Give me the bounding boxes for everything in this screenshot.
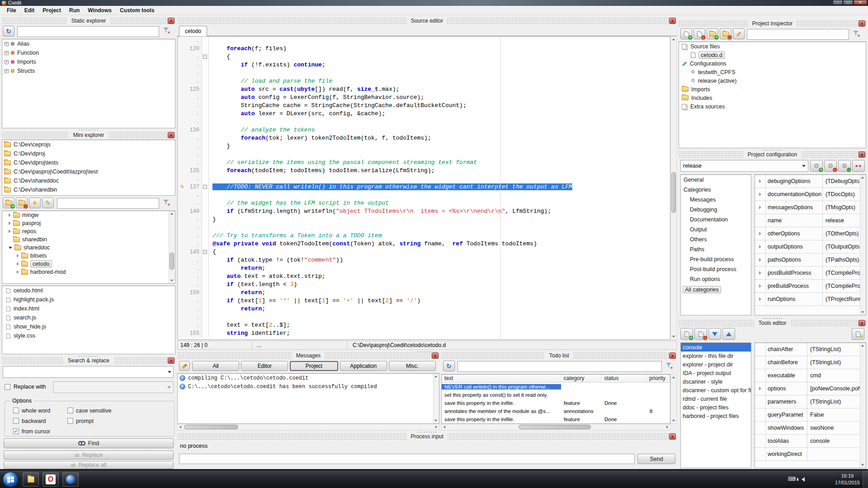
- messages-tab-application[interactable]: Application: [340, 361, 387, 371]
- taskbar-app-button[interactable]: [62, 472, 79, 487]
- fold-box-icon[interactable]: [203, 185, 207, 189]
- code-editor[interactable]: .120 foreach(f; files).- {. if (!f.exist…: [177, 36, 670, 340]
- code-line[interactable]: .@safe private void token2TodoItem(const…: [178, 240, 670, 248]
- code-line[interactable]: . foreach(tok; lexer) token2TodoItem(tok…: [178, 134, 670, 142]
- expand-icon[interactable]: +: [5, 51, 9, 55]
- static-explorer-item-imports[interactable]: +Imports: [2, 57, 175, 66]
- code-line[interactable]: .- {: [178, 53, 670, 61]
- static-explorer-refresh-button[interactable]: ↻: [3, 26, 14, 37]
- expand-triangle-icon[interactable]: [759, 179, 761, 183]
- expand-triangle-icon[interactable]: [759, 271, 761, 275]
- config-category-post-build-process[interactable]: Post-build process: [681, 264, 751, 274]
- clone-config-button[interactable]: ⚙→: [838, 160, 851, 172]
- messages-tab-misc[interactable]: Misc.: [389, 361, 436, 371]
- start-button[interactable]: [3, 472, 18, 487]
- expand-icon[interactable]: [9, 213, 11, 217]
- todo-row[interactable]: save this property in the inifile.featur…: [442, 415, 670, 423]
- tool-property-chainbefore[interactable]: chainBefore(TStringList): [755, 356, 866, 369]
- file-item-highlight-pack-js[interactable]: highlight.pack.js: [2, 295, 175, 304]
- code-line[interactable]: . text = text[2..$];: [178, 321, 670, 329]
- static-explorer-close-icon[interactable]: x: [168, 18, 175, 24]
- expand-cell[interactable]: [755, 267, 766, 279]
- splitter-handle[interactable]: [2, 129, 175, 131]
- fold-gutter[interactable]: [202, 183, 209, 191]
- expand-icon[interactable]: +: [5, 69, 9, 73]
- tool-item-explorer-project-dir[interactable]: explorer - project dir: [681, 360, 751, 369]
- property-value[interactable]: (TCompileProc: [823, 283, 866, 289]
- tool-item-harbored-project-files[interactable]: harbored - project files: [681, 412, 751, 420]
- messages-vscrollbar[interactable]: [433, 374, 439, 423]
- tool-item-dscanner-style[interactable]: dscanner - style: [681, 377, 751, 386]
- tool-property-parameters[interactable]: parameters(TStringList): [755, 395, 866, 408]
- menu-file[interactable]: File: [3, 6, 20, 14]
- menu-custom-tools[interactable]: Custom tools: [116, 6, 159, 14]
- menu-edit[interactable]: Edit: [20, 6, 39, 14]
- config-property-name[interactable]: namerelease: [755, 214, 866, 227]
- inspector-item-includes[interactable]: Includes: [679, 94, 866, 102]
- menu-run[interactable]: Run: [65, 6, 84, 14]
- expand-triangle-icon[interactable]: [759, 192, 761, 196]
- code-line[interactable]: .: [178, 37, 670, 45]
- code-line[interactable]: 150 return;: [178, 289, 670, 297]
- fold-gutter[interactable]: [202, 264, 209, 272]
- expand-cell[interactable]: [755, 175, 766, 188]
- file-item-search-js[interactable]: search.js: [2, 313, 175, 322]
- fold-gutter[interactable]: -: [202, 53, 209, 61]
- expand-icon[interactable]: [17, 262, 19, 266]
- config-category-all-categories[interactable]: All categories: [681, 284, 751, 295]
- expand-cell[interactable]: [755, 253, 766, 266]
- expand-cell[interactable]: [755, 382, 766, 395]
- tab-cetodo[interactable]: cetodo: [179, 26, 207, 36]
- config-category-general[interactable]: General: [681, 175, 751, 185]
- file-item-cetodo-html[interactable]: cetodo.html: [2, 286, 175, 295]
- fold-gutter[interactable]: [202, 191, 209, 199]
- fold-gutter[interactable]: [202, 150, 209, 159]
- todo-column-category[interactable]: category: [561, 375, 601, 382]
- static-explorer-item-function[interactable]: +Function: [2, 48, 175, 57]
- code-line[interactable]: . if (atok.type != (tok!"comment")): [178, 256, 670, 264]
- clear-messages-button[interactable]: [179, 361, 190, 371]
- property-value[interactable]: (TStringList): [807, 346, 866, 352]
- code-line[interactable]: 155 string identifier;: [178, 329, 670, 338]
- tree-folder-sharedbin[interactable]: sharedbin: [2, 235, 175, 244]
- inspector-item-testwith-cpfs[interactable]: ⚙testwith_CPFS: [679, 68, 866, 76]
- todo-row[interactable]: set this property as const() to set it r…: [442, 391, 670, 399]
- mini-explorer-close-icon[interactable]: x: [168, 132, 175, 138]
- code-line[interactable]: .: [178, 69, 670, 77]
- tree-folder-pasproj[interactable]: pasproj: [2, 219, 175, 227]
- code-line[interactable]: .}: [178, 216, 670, 224]
- config-property-runoptions[interactable]: runOptions(TProjectRunO: [755, 293, 866, 306]
- tool-property-workingdirect[interactable]: workingDirect: [755, 448, 866, 461]
- config-selector[interactable]: release: [680, 160, 808, 172]
- code-line[interactable]: . return;: [178, 264, 670, 272]
- project-inspector-close-icon[interactable]: x: [859, 20, 865, 27]
- code-line[interactable]: .: [178, 150, 670, 159]
- fold-gutter[interactable]: [202, 126, 209, 134]
- fold-gutter[interactable]: [202, 216, 209, 224]
- fold-gutter[interactable]: [202, 199, 209, 207]
- mini-explorer-filter-icon[interactable]: ×: [163, 199, 170, 206]
- show-desktop-button[interactable]: [863, 470, 868, 488]
- tool-property-toolalias[interactable]: toolAliasconsole: [755, 435, 866, 448]
- code-line[interactable]: . StringCache cache = StringCache(String…: [178, 102, 670, 110]
- fold-gutter[interactable]: -: [202, 248, 209, 256]
- replace-combo[interactable]: [53, 381, 174, 393]
- config-property-prebuildprocess[interactable]: preBuildProcess(TCompileProc: [755, 280, 866, 293]
- favorite-folder[interactable]: ★C:\Dev\pasproj\Coedit\lazproj\test: [2, 167, 175, 176]
- messages-tab-all[interactable]: All: [192, 361, 239, 371]
- property-value[interactable]: console: [807, 438, 866, 444]
- tool-item-rdmd-current-file[interactable]: rdmd - current file: [681, 394, 751, 403]
- tree-folder-shareddoc[interactable]: shareddoc: [2, 244, 175, 252]
- inspector-item-extra-sources[interactable]: Extra sources: [679, 102, 866, 111]
- code-line[interactable]: . return;: [178, 305, 670, 313]
- todo-vscrollbar[interactable]: [670, 374, 677, 424]
- remove-folder-button[interactable]: -: [720, 28, 731, 39]
- code-line[interactable]: . // load and parse the file: [178, 77, 670, 85]
- fold-gutter[interactable]: [202, 159, 209, 167]
- process-input-close-icon[interactable]: x: [669, 433, 676, 440]
- checkbox[interactable]: [13, 428, 19, 434]
- config-category-run-options[interactable]: Run options: [681, 274, 751, 284]
- property-value[interactable]: (TMsgOpts): [823, 204, 866, 211]
- tool-item-ida-project-output[interactable]: IDA - project output: [681, 369, 751, 377]
- option-from-cursor[interactable]: from cursor: [13, 428, 67, 435]
